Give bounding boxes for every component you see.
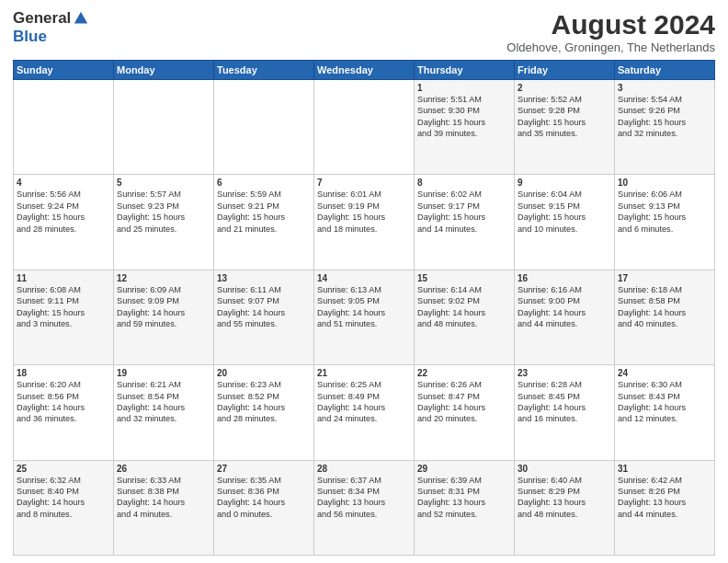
day-number: 29 bbox=[417, 464, 511, 474]
day-number: 2 bbox=[518, 83, 611, 93]
logo-general-text: General bbox=[13, 9, 71, 28]
day-info: Sunrise: 6:09 AM Sunset: 9:09 PM Dayligh… bbox=[117, 284, 210, 330]
day-info: Sunrise: 6:11 AM Sunset: 9:07 PM Dayligh… bbox=[217, 284, 311, 330]
day-number: 13 bbox=[217, 273, 311, 283]
calendar-cell: 20Sunrise: 6:23 AM Sunset: 8:52 PM Dayli… bbox=[214, 365, 314, 460]
calendar-cell: 3Sunrise: 5:54 AM Sunset: 9:26 PM Daylig… bbox=[615, 80, 715, 175]
day-number: 5 bbox=[117, 178, 210, 188]
day-info: Sunrise: 5:51 AM Sunset: 9:30 PM Dayligh… bbox=[417, 94, 511, 140]
calendar-cell bbox=[114, 80, 214, 175]
header-friday: Friday bbox=[515, 61, 615, 80]
day-info: Sunrise: 6:30 AM Sunset: 8:43 PM Dayligh… bbox=[618, 379, 711, 425]
calendar-cell: 21Sunrise: 6:25 AM Sunset: 8:49 PM Dayli… bbox=[314, 365, 415, 460]
calendar-row-3: 18Sunrise: 6:20 AM Sunset: 8:56 PM Dayli… bbox=[14, 365, 715, 460]
header-saturday: Saturday bbox=[615, 61, 715, 80]
day-number: 3 bbox=[618, 83, 711, 93]
day-number: 6 bbox=[217, 178, 311, 188]
day-number: 10 bbox=[618, 178, 711, 188]
day-number: 24 bbox=[618, 368, 711, 378]
day-number: 12 bbox=[117, 273, 210, 283]
calendar-cell: 2Sunrise: 5:52 AM Sunset: 9:28 PM Daylig… bbox=[515, 80, 615, 175]
day-info: Sunrise: 5:59 AM Sunset: 9:21 PM Dayligh… bbox=[217, 189, 311, 235]
day-info: Sunrise: 5:54 AM Sunset: 9:26 PM Dayligh… bbox=[618, 94, 711, 140]
day-info: Sunrise: 6:13 AM Sunset: 9:05 PM Dayligh… bbox=[317, 284, 411, 330]
day-number: 21 bbox=[317, 368, 411, 378]
day-number: 17 bbox=[618, 273, 711, 283]
calendar-cell: 7Sunrise: 6:01 AM Sunset: 9:19 PM Daylig… bbox=[314, 175, 415, 270]
day-info: Sunrise: 6:26 AM Sunset: 8:47 PM Dayligh… bbox=[417, 379, 511, 425]
day-info: Sunrise: 6:08 AM Sunset: 9:11 PM Dayligh… bbox=[17, 284, 110, 330]
calendar-row-0: 1Sunrise: 5:51 AM Sunset: 9:30 PM Daylig… bbox=[14, 80, 715, 175]
calendar-cell: 16Sunrise: 6:16 AM Sunset: 9:00 PM Dayli… bbox=[515, 270, 615, 364]
calendar-cell: 8Sunrise: 6:02 AM Sunset: 9:17 PM Daylig… bbox=[415, 175, 515, 270]
calendar-cell: 31Sunrise: 6:42 AM Sunset: 8:26 PM Dayli… bbox=[615, 460, 715, 555]
day-info: Sunrise: 6:18 AM Sunset: 8:58 PM Dayligh… bbox=[618, 284, 711, 330]
calendar-cell: 9Sunrise: 6:04 AM Sunset: 9:15 PM Daylig… bbox=[515, 175, 615, 270]
day-info: Sunrise: 6:02 AM Sunset: 9:17 PM Dayligh… bbox=[417, 189, 511, 235]
calendar-cell: 13Sunrise: 6:11 AM Sunset: 9:07 PM Dayli… bbox=[214, 270, 314, 364]
day-number: 23 bbox=[518, 368, 611, 378]
calendar-row-1: 4Sunrise: 5:56 AM Sunset: 9:24 PM Daylig… bbox=[14, 175, 715, 270]
calendar-table: Sunday Monday Tuesday Wednesday Thursday… bbox=[13, 60, 715, 556]
day-info: Sunrise: 6:01 AM Sunset: 9:19 PM Dayligh… bbox=[317, 189, 411, 235]
day-info: Sunrise: 6:28 AM Sunset: 8:45 PM Dayligh… bbox=[518, 379, 611, 425]
header-monday: Monday bbox=[114, 61, 214, 80]
day-number: 28 bbox=[317, 464, 411, 474]
day-number: 22 bbox=[417, 368, 511, 378]
day-number: 26 bbox=[117, 464, 210, 474]
day-info: Sunrise: 6:04 AM Sunset: 9:15 PM Dayligh… bbox=[518, 189, 611, 235]
calendar-cell bbox=[314, 80, 415, 175]
calendar-cell: 27Sunrise: 6:35 AM Sunset: 8:36 PM Dayli… bbox=[214, 460, 314, 555]
day-info: Sunrise: 5:52 AM Sunset: 9:28 PM Dayligh… bbox=[518, 94, 611, 140]
day-info: Sunrise: 6:35 AM Sunset: 8:36 PM Dayligh… bbox=[217, 475, 311, 521]
day-number: 27 bbox=[217, 464, 311, 474]
calendar-cell: 11Sunrise: 6:08 AM Sunset: 9:11 PM Dayli… bbox=[14, 270, 114, 364]
day-number: 20 bbox=[217, 368, 311, 378]
logo-blue-label: Blue bbox=[13, 28, 47, 45]
day-info: Sunrise: 6:32 AM Sunset: 8:40 PM Dayligh… bbox=[17, 475, 110, 521]
day-info: Sunrise: 6:40 AM Sunset: 8:29 PM Dayligh… bbox=[518, 475, 611, 521]
day-info: Sunrise: 6:42 AM Sunset: 8:26 PM Dayligh… bbox=[618, 475, 711, 521]
calendar-cell: 24Sunrise: 6:30 AM Sunset: 8:43 PM Dayli… bbox=[615, 365, 715, 460]
calendar-cell: 5Sunrise: 5:57 AM Sunset: 9:23 PM Daylig… bbox=[114, 175, 214, 270]
header: General Blue August 2024 Oldehove, Groni… bbox=[13, 9, 715, 54]
calendar-cell: 26Sunrise: 6:33 AM Sunset: 8:38 PM Dayli… bbox=[114, 460, 214, 555]
calendar-cell: 17Sunrise: 6:18 AM Sunset: 8:58 PM Dayli… bbox=[615, 270, 715, 364]
calendar-cell bbox=[14, 80, 114, 175]
day-info: Sunrise: 6:39 AM Sunset: 8:31 PM Dayligh… bbox=[417, 475, 511, 521]
header-tuesday: Tuesday bbox=[214, 61, 314, 80]
calendar-cell: 18Sunrise: 6:20 AM Sunset: 8:56 PM Dayli… bbox=[14, 365, 114, 460]
day-number: 7 bbox=[317, 178, 411, 188]
day-number: 8 bbox=[417, 178, 511, 188]
calendar-cell: 30Sunrise: 6:40 AM Sunset: 8:29 PM Dayli… bbox=[515, 460, 615, 555]
day-info: Sunrise: 6:16 AM Sunset: 9:00 PM Dayligh… bbox=[518, 284, 611, 330]
location-title: Oldehove, Groningen, The Netherlands bbox=[506, 40, 715, 54]
calendar-cell: 1Sunrise: 5:51 AM Sunset: 9:30 PM Daylig… bbox=[415, 80, 515, 175]
day-info: Sunrise: 6:06 AM Sunset: 9:13 PM Dayligh… bbox=[618, 189, 711, 235]
calendar-cell: 4Sunrise: 5:56 AM Sunset: 9:24 PM Daylig… bbox=[14, 175, 114, 270]
calendar-cell bbox=[214, 80, 314, 175]
day-info: Sunrise: 6:23 AM Sunset: 8:52 PM Dayligh… bbox=[217, 379, 311, 425]
calendar-row-4: 25Sunrise: 6:32 AM Sunset: 8:40 PM Dayli… bbox=[14, 460, 715, 555]
title-area: August 2024 Oldehove, Groningen, The Net… bbox=[506, 9, 715, 54]
calendar-cell: 25Sunrise: 6:32 AM Sunset: 8:40 PM Dayli… bbox=[14, 460, 114, 555]
svg-marker-0 bbox=[74, 12, 87, 24]
logo-icon bbox=[73, 10, 89, 27]
month-title: August 2024 bbox=[506, 9, 715, 40]
day-number: 25 bbox=[17, 464, 110, 474]
calendar-cell: 29Sunrise: 6:39 AM Sunset: 8:31 PM Dayli… bbox=[415, 460, 515, 555]
header-wednesday: Wednesday bbox=[314, 61, 415, 80]
day-number: 31 bbox=[618, 464, 711, 474]
day-info: Sunrise: 6:25 AM Sunset: 8:49 PM Dayligh… bbox=[317, 379, 411, 425]
day-info: Sunrise: 5:57 AM Sunset: 9:23 PM Dayligh… bbox=[117, 189, 210, 235]
calendar-cell: 12Sunrise: 6:09 AM Sunset: 9:09 PM Dayli… bbox=[114, 270, 214, 364]
page: General Blue August 2024 Oldehove, Groni… bbox=[0, 0, 728, 563]
calendar-cell: 10Sunrise: 6:06 AM Sunset: 9:13 PM Dayli… bbox=[615, 175, 715, 270]
day-number: 11 bbox=[17, 273, 110, 283]
day-number: 15 bbox=[417, 273, 511, 283]
calendar-row-2: 11Sunrise: 6:08 AM Sunset: 9:11 PM Dayli… bbox=[14, 270, 715, 364]
calendar-cell: 15Sunrise: 6:14 AM Sunset: 9:02 PM Dayli… bbox=[415, 270, 515, 364]
day-number: 14 bbox=[317, 273, 411, 283]
logo-blue-text: Blue bbox=[13, 28, 47, 46]
day-number: 9 bbox=[518, 178, 611, 188]
